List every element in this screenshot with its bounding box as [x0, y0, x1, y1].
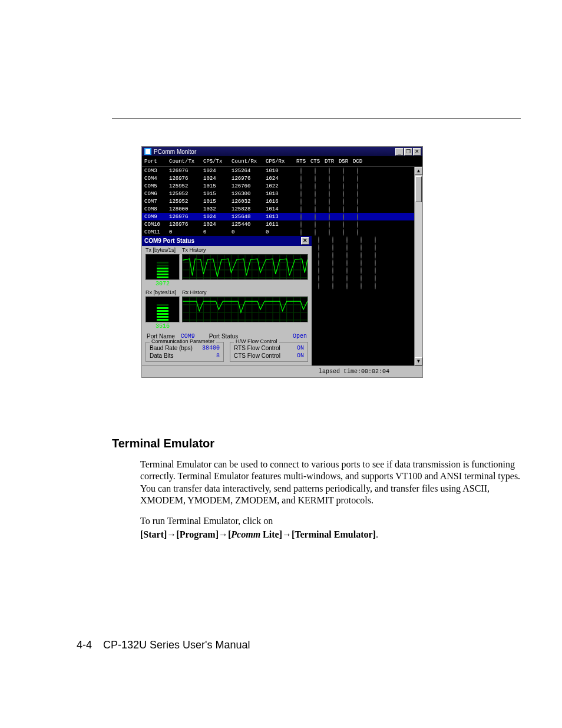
table-row[interactable]: COM912697610241256481013	[142, 213, 422, 220]
status-lamp	[315, 190, 316, 197]
table-row[interactable]	[312, 259, 414, 266]
cts-value: ON	[297, 353, 304, 359]
table-row[interactable]: COM712595210151260321016	[142, 197, 422, 205]
status-lamp	[343, 198, 344, 205]
baud-value: 38400	[202, 345, 220, 351]
col-port: Port	[144, 159, 169, 164]
cell-ctx: 128000	[169, 206, 203, 212]
titlebar[interactable]: PComm Monitor _ ❐ ✕	[142, 147, 422, 156]
col-countrx: Count/Rx	[232, 159, 266, 164]
page-footer: 4-4 CP-132U Series User's Manual	[77, 639, 250, 651]
window-title: PComm Monitor	[154, 149, 395, 155]
status-lamp	[346, 259, 348, 266]
status-lamp	[346, 252, 348, 259]
nav-terminal: [Terminal Emulator]	[292, 529, 376, 539]
cell-port: COM3	[144, 168, 169, 174]
vertical-scrollbar[interactable]: ▲ ▼	[414, 167, 422, 365]
arrow-icon: →	[282, 529, 292, 539]
cell-crx: 126976	[232, 176, 266, 182]
cell-port: COM5	[144, 183, 169, 189]
status-lamp	[300, 175, 302, 182]
table-row[interactable]: COM312697610241252641010	[142, 167, 422, 174]
status-lamp	[343, 221, 344, 228]
status-lamp	[343, 190, 344, 197]
scroll-thumb[interactable]	[415, 176, 422, 202]
status-lamp	[375, 236, 376, 243]
status-lamp	[357, 167, 358, 174]
status-lamp	[375, 282, 376, 289]
table-row[interactable]	[312, 251, 414, 259]
close-button[interactable]: ✕	[413, 148, 421, 156]
cell-cpstx: 1032	[203, 206, 232, 212]
table-row[interactable]	[312, 236, 414, 243]
col-cpsrx: CPS/Rx	[266, 159, 294, 164]
cell-ctx: 126976	[169, 168, 203, 174]
table-row[interactable]	[312, 282, 414, 289]
table-row[interactable]	[312, 266, 414, 274]
status-lamp	[332, 275, 333, 282]
status-lamp	[315, 167, 316, 174]
status-lamp	[318, 244, 319, 251]
status-lamp	[343, 229, 344, 236]
status-lamp	[329, 190, 330, 197]
status-lamp	[346, 244, 348, 251]
table-row[interactable]	[312, 274, 414, 282]
status-lamp	[343, 183, 344, 190]
port-status-panel: COM9 Port Status✕Tx [bytes/1s]3072Tx His…	[142, 236, 312, 365]
status-lamp	[357, 229, 358, 236]
cell-cpsrx: 1011	[266, 222, 294, 228]
cell-crx: 126300	[232, 191, 266, 197]
cell-cpstx: 1015	[203, 191, 232, 197]
cell-cpstx: 1024	[203, 168, 232, 174]
table-row[interactable]: COM1012697610241254401011	[142, 220, 422, 228]
cell-cpstx: 1015	[203, 199, 232, 205]
nav-path: [Start]→[Program]→[Pcomm Lite]→[Terminal…	[140, 529, 521, 540]
rx-history: Rx History	[182, 289, 308, 322]
table-row[interactable]: COM512595210151267601022	[142, 182, 422, 190]
rts-label: RTS Flow Control	[234, 345, 280, 351]
status-lamp	[361, 236, 362, 243]
panel-close-button[interactable]: ✕	[301, 237, 309, 245]
panel-titlebar[interactable]: COM9 Port Status✕	[142, 236, 312, 246]
cell-ctx: 126976	[169, 222, 203, 228]
status-lamp	[318, 252, 319, 259]
cell-ctx: 125952	[169, 183, 203, 189]
status-lamp	[315, 213, 316, 220]
section-paragraph-2: To run Terminal Emulator, click on	[140, 515, 521, 527]
status-lamp	[375, 252, 376, 259]
cell-crx: 126760	[232, 183, 266, 189]
top-rule	[112, 118, 521, 118]
restore-button[interactable]: ❐	[404, 148, 412, 156]
table-row[interactable]	[312, 243, 414, 251]
status-lamp	[346, 282, 348, 289]
table-row[interactable]: COM812800010321258281014	[142, 205, 422, 213]
statusbar: lapsed time:00:02:04	[142, 365, 422, 377]
scroll-track[interactable]	[415, 175, 422, 365]
status-lamp	[318, 236, 319, 243]
arrow-icon: →	[167, 529, 176, 539]
status-lamp	[357, 183, 358, 190]
cell-cpsrx: 1014	[266, 206, 294, 212]
status-lamp	[329, 213, 330, 220]
col-cpstx: CPS/Tx	[203, 159, 232, 164]
table-row[interactable]: COM412697610241269761024	[142, 174, 422, 182]
status-lamp	[300, 221, 302, 228]
table-row[interactable]: COM110000	[142, 228, 422, 236]
scroll-up-button[interactable]: ▲	[415, 167, 422, 175]
table-row[interactable]: COM612595210151263001018	[142, 190, 422, 197]
databits-label: Data Bits	[150, 353, 174, 359]
minimize-button[interactable]: _	[395, 148, 404, 156]
svg-rect-1	[146, 149, 150, 154]
scroll-down-button[interactable]: ▼	[415, 357, 422, 365]
cell-ctx: 0	[169, 229, 203, 235]
status-lamp	[329, 183, 330, 190]
col-dcd: DCD	[351, 159, 365, 164]
hw-flow-group: H/W Flow ControlRTS Flow ControlONCTS Fl…	[230, 342, 308, 362]
cell-cpsrx: 1022	[266, 183, 294, 189]
rts-value: ON	[297, 345, 304, 351]
cell-cpsrx: 0	[266, 229, 294, 235]
status-lamp	[329, 206, 330, 213]
nav-start: [Start]	[140, 529, 167, 539]
portstatus-value: Open	[293, 333, 307, 340]
status-lamp	[300, 198, 302, 205]
